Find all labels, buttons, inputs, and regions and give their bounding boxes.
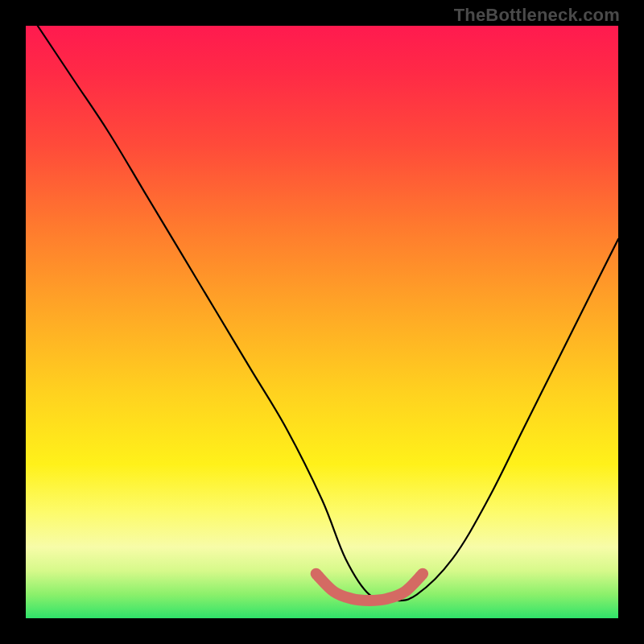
bottom-bump <box>316 574 423 601</box>
plot-area <box>26 26 618 618</box>
bump-layer <box>26 26 618 618</box>
watermark-text: TheBottleneck.com <box>454 5 620 26</box>
chart-frame: TheBottleneck.com <box>0 0 644 644</box>
